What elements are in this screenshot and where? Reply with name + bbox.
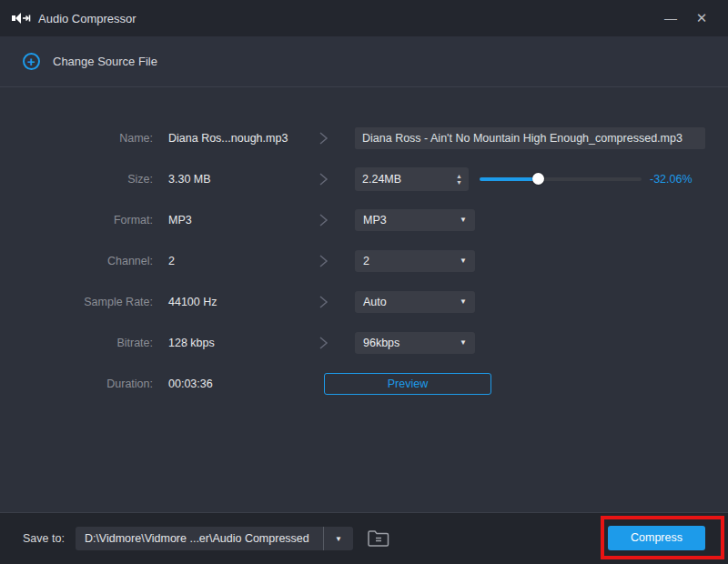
save-path-value: D:\Vidmore\Vidmore ...er\Audio Compresse… (76, 532, 323, 545)
duration-label: Duration: (0, 378, 153, 390)
sample-rate-dropdown[interactable]: Auto ▼ (355, 291, 475, 313)
preview-button[interactable]: Preview (324, 373, 491, 395)
name-original-value: Diana Ros...nough.mp3 (168, 132, 305, 145)
save-to-label: Save to: (23, 532, 65, 545)
slider-thumb[interactable] (532, 173, 544, 185)
chevron-right-icon (305, 294, 341, 310)
size-row: Size: 3.30 MB 2.24MB ▲ ▼ -32.06 (0, 158, 728, 199)
name-label: Name: (0, 132, 153, 145)
name-row: Name: Diana Ros...nough.mp3 (0, 117, 728, 158)
minimize-icon: — (664, 11, 677, 25)
dropdown-arrow-icon: ▼ (460, 216, 467, 224)
channel-dropdown[interactable]: 2 ▼ (355, 250, 475, 272)
channel-original-value: 2 (168, 255, 305, 267)
channel-selected-value: 2 (363, 255, 369, 267)
chevron-right-icon (305, 212, 341, 228)
titlebar: Audio Compressor — ✕ (0, 0, 728, 36)
footer-bar: Save to: D:\Vidmore\Vidmore ...er\Audio … (0, 512, 728, 564)
open-folder-button[interactable] (365, 527, 392, 550)
dropdown-arrow-icon: ▼ (460, 297, 467, 306)
sample-rate-original-value: 44100 Hz (168, 296, 305, 308)
minimize-button[interactable]: — (655, 5, 686, 31)
sample-rate-label: Sample Rate: (0, 296, 153, 308)
bitrate-label: Bitrate: (0, 337, 153, 349)
source-bar: + Change Source File (0, 36, 728, 87)
format-dropdown[interactable]: MP3 ▼ (355, 209, 475, 231)
format-row: Format: MP3 MP3 ▼ (0, 199, 728, 240)
target-size-spinner[interactable]: 2.24MB ▲ ▼ (355, 167, 469, 191)
chevron-right-icon (305, 171, 341, 187)
bitrate-selected-value: 96kbps (363, 337, 399, 349)
target-size-value: 2.24MB (362, 173, 456, 186)
window-title: Audio Compressor (38, 12, 136, 25)
close-button[interactable]: ✕ (686, 5, 717, 31)
size-original-value: 3.30 MB (168, 173, 305, 186)
save-path-dropdown-button[interactable]: ▼ (324, 535, 353, 543)
bitrate-row: Bitrate: 128 kbps 96kbps ▼ (0, 322, 728, 363)
format-selected-value: MP3 (363, 214, 387, 227)
chevron-right-icon (305, 335, 341, 351)
save-path-combo[interactable]: D:\Vidmore\Vidmore ...er\Audio Compresse… (76, 527, 353, 550)
output-name-input[interactable] (355, 127, 705, 149)
plus-circle-icon[interactable]: + (23, 53, 40, 70)
bitrate-original-value: 128 kbps (168, 337, 305, 349)
dropdown-arrow-icon: ▼ (460, 338, 467, 347)
dropdown-arrow-icon: ▼ (460, 257, 467, 265)
sample-rate-row: Sample Rate: 44100 Hz Auto ▼ (0, 281, 728, 322)
channel-label: Channel: (0, 255, 153, 267)
size-slider[interactable] (480, 173, 642, 185)
chevron-right-icon (305, 253, 341, 269)
channel-row: Channel: 2 2 ▼ (0, 240, 728, 281)
sample-rate-selected-value: Auto (363, 296, 387, 308)
format-label: Format: (0, 214, 153, 227)
chevron-right-icon (305, 130, 341, 146)
spinner-down-icon[interactable]: ▼ (456, 179, 462, 186)
close-icon: ✕ (696, 10, 708, 26)
compression-form: Name: Diana Ros...nough.mp3 Size: 3.30 M… (0, 87, 728, 512)
red-highlight-annotation: Compress (601, 516, 724, 559)
folder-icon (367, 529, 390, 548)
duration-row: Duration: 00:03:36 Preview (0, 363, 728, 404)
compress-button[interactable]: Compress (608, 526, 705, 550)
size-label: Size: (0, 173, 153, 186)
speaker-compress-icon (11, 10, 31, 26)
spinner-up-icon[interactable]: ▲ (456, 173, 462, 179)
duration-original-value: 00:03:36 (168, 378, 305, 390)
slider-fill (480, 177, 538, 181)
change-source-file-button[interactable]: Change Source File (53, 55, 157, 68)
format-original-value: MP3 (168, 214, 305, 227)
bitrate-dropdown[interactable]: 96kbps ▼ (355, 332, 475, 354)
size-reduction-percent: -32.06% (650, 173, 693, 186)
dropdown-arrow-icon: ▼ (335, 535, 342, 543)
audio-compressor-window: Audio Compressor — ✕ + Change Source Fil… (0, 0, 728, 564)
